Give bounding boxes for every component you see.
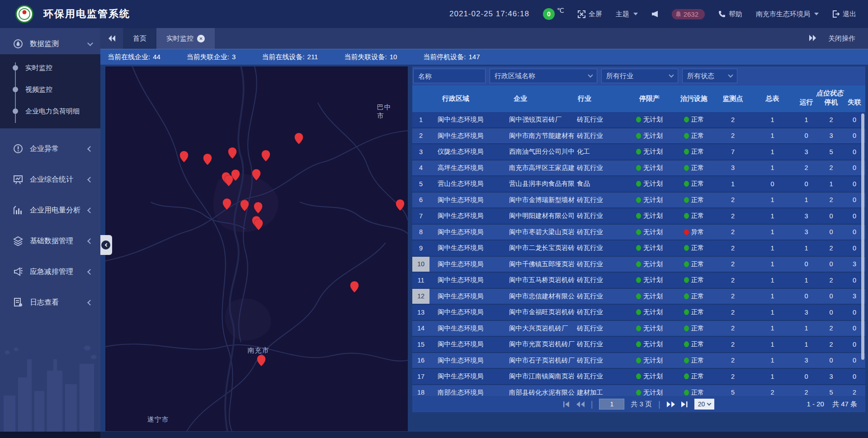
table-row[interactable]: 8阆中生态环境局阆中市枣碧大梁山页岩砖瓦行业无计划异常21300 [412,225,865,241]
map-pin-icon[interactable] [179,151,188,162]
tab-realtime-monitor[interactable]: 实时监控 [156,28,215,49]
table-row[interactable]: 10阆中生态环境局阆中千佛镇五郎垭页岩砖瓦行业无计划正常21003 [412,257,865,273]
cell-region: 阆中生态环境局 [429,212,507,220]
status-dot-icon [636,325,641,331]
table-row[interactable]: 2阆中生态环境局阆中市南方节能建材有砖瓦行业无计划正常21030 [412,128,865,145]
logout-button[interactable]: 退出 [832,10,856,19]
name-filter-input[interactable] [418,72,481,80]
help-button[interactable]: 帮助 [718,10,742,19]
last-page-button[interactable] [681,401,688,407]
first-page-button[interactable] [563,401,570,407]
col-industry: 行业 [575,94,626,103]
status-filter-select[interactable]: 所有状态 [682,69,737,83]
close-operations-button[interactable]: 关闭操作 [828,34,855,43]
map-pin-icon[interactable] [295,133,303,144]
next-page-button[interactable] [667,401,675,407]
sidebar-subitem-0-1[interactable]: 视频监控 [0,79,100,100]
cell-monitor: 2 [715,228,751,235]
org-dropdown[interactable]: 南充市生态环境局 [756,10,819,19]
region-filter-select[interactable]: 行政区域名称 [490,69,597,83]
status-dot-icon [636,358,641,363]
cell-industry: 砖瓦行业 [575,324,626,333]
tabs-scroll-left-button[interactable] [100,28,123,49]
tabs-scroll-right-button[interactable] [809,35,816,42]
map-pin-icon[interactable] [241,200,249,211]
table-row[interactable]: 15阆中生态环境局阆中市光富页岩机砖厂砖瓦行业无计划正常21120 [412,337,865,353]
row-index: 2 [412,128,429,144]
table-row[interactable]: 16阆中生态环境局阆中市石子页岩机砖厂砖瓦行业无计划正常21300 [412,353,865,369]
row-index: 3 [412,144,429,160]
table-row[interactable]: 3仪陇生态环境局西南油气田分公司川中化工无计划正常71350 [412,144,865,160]
map-pin-icon[interactable] [396,199,404,211]
sidebar-subitem-0-0[interactable]: 实时监控 [0,57,100,79]
sidebar-item-1[interactable]: 企业异常 [0,138,100,159]
table-row[interactable]: 17阆中生态环境局阆中市江南镇阆南页岩砖瓦行业无计划正常21030 [412,369,865,385]
sidebar-item-0[interactable]: 数据监测 [0,33,100,54]
close-tab-icon[interactable] [197,35,205,42]
table-row[interactable]: 4高坪生态环境局南充市高坪区王家店建砖瓦行业无计划正常31220 [412,160,865,177]
stat-value: 44 [153,53,160,61]
name-filter-field[interactable] [413,69,486,83]
sidebar-item-5[interactable]: 应急减排管理 [0,261,100,282]
map-pin-icon[interactable] [254,219,263,230]
sidebar-item-label: 数据监测 [30,39,88,49]
cell-industry: 砖瓦行业 [575,308,626,316]
table-row[interactable]: 6阆中生态环境局阆中市金博瑞新型墙材砖瓦行业无计划正常21120 [412,193,865,209]
temperature-unit: ℃ [557,7,564,14]
prev-page-button[interactable] [576,401,585,407]
mute-speaker-button[interactable] [651,10,658,18]
map-panel[interactable]: 巴中市南充市遂宁市 [105,66,408,431]
cell-run: 3 [794,148,819,155]
table-row[interactable]: 12阆中生态环境局阆中市忠信建材有限公砖瓦行业无计划正常21003 [412,289,865,305]
cell-industry: 砖瓦行业 [575,340,626,349]
map-pin-icon[interactable] [224,175,233,186]
industry-filter-select[interactable]: 所有行业 [601,69,678,83]
cell-company: 阆中明阳建材有限公司 [507,212,575,220]
page-number-input[interactable] [599,399,624,410]
table-row[interactable]: 14阆中生态环境局阆中大兴页岩机砖厂砖瓦行业无计划正常21120 [412,321,865,337]
cell-monitor: 2 [715,260,751,268]
row-index: 10 [412,257,429,272]
sidebar-item-2[interactable]: 企业综合统计 [0,169,100,190]
table-row[interactable]: 18南部生态环境局南部县砖化水泥有限公建材加工无计划正常52252 [412,385,865,396]
map-pin-icon[interactable] [203,154,212,165]
production-label: 无计划 [643,115,663,124]
table-row[interactable]: 11阆中生态环境局阆中市五马桥页岩机砖砖瓦行业无计划正常21120 [412,273,865,289]
tab-home[interactable]: 首页 [123,28,156,49]
table-row[interactable]: 9阆中生态环境局阆中市二龙长宝页岩砖砖瓦行业无计划正常21120 [412,240,865,257]
stat-label: 当前停机设备: [423,53,466,61]
chevron-down-icon [87,40,93,46]
sidebar-item-6[interactable]: 日志查看 [0,292,100,313]
table-row[interactable]: 5营山生态环境局营山县润丰肉食品有限食品无计划正常10010 [412,176,865,193]
map-pin-icon[interactable] [261,150,270,161]
map-pin-icon[interactable] [257,355,266,366]
collapse-map-button[interactable] [99,235,112,255]
map-pin-icon[interactable] [252,169,260,180]
cell-monitor: 2 [715,357,751,364]
fullscreen-button[interactable]: 全屏 [578,10,602,19]
map-pin-icon[interactable] [222,198,231,210]
cell-region: 南部生态环境局 [429,388,507,396]
map-pin-icon[interactable] [350,281,359,292]
sidebar-item-3[interactable]: 企业用电量分析 [0,200,100,221]
table-row[interactable]: 13阆中生态环境局阆中市金福旺页岩机砖砖瓦行业无计划正常21300 [412,305,865,321]
cell-monitor: 2 [715,116,751,123]
sidebar-subitem-0-2[interactable]: 企业电力负荷明细 [0,100,100,122]
treatment-label: 正常 [691,244,704,252]
cell-company: 阆中市枣碧大梁山页岩 [507,228,575,236]
page-size-select[interactable]: 20 [694,399,715,410]
map-pin-icon[interactable] [254,202,262,213]
theme-dropdown[interactable]: 主题 [616,10,638,19]
cell-monitor: 2 [715,373,751,380]
map-pin-icon[interactable] [228,147,236,159]
cell-monitor: 2 [715,292,751,300]
sidebar-item-4[interactable]: 基础数据管理 [0,231,100,251]
cell-production-status: 无计划 [626,179,673,188]
table-row[interactable]: 1阆中生态环境局阆中强锐页岩砖厂砖瓦行业无计划正常21120 [412,112,865,128]
row-index: 8 [412,225,429,240]
sidebar-item-label: 应急减排管理 [30,267,88,277]
cell-production-status: 无计划 [626,164,673,172]
table-row[interactable]: 7阆中生态环境局阆中明阳建材有限公司砖瓦行业无计划正常21300 [412,208,865,225]
table-scrollbar[interactable] [861,113,864,360]
notification-badge[interactable]: 2632 [672,9,705,19]
